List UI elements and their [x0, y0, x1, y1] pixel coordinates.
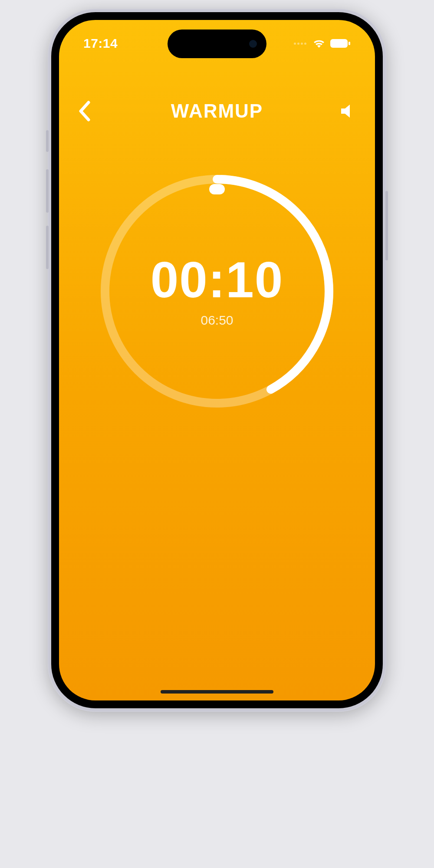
chevron-left-icon — [78, 101, 90, 122]
side-button — [46, 130, 49, 152]
timer-total: 06:50 — [201, 313, 233, 328]
status-indicators — [294, 39, 351, 48]
side-button — [385, 191, 388, 260]
home-indicator[interactable] — [161, 690, 273, 694]
svg-rect-0 — [330, 39, 348, 48]
header: WARMUP — [59, 94, 375, 128]
wifi-icon — [312, 39, 326, 48]
cellular-dots-icon — [294, 43, 306, 45]
page-title: WARMUP — [104, 100, 330, 122]
side-button — [46, 226, 49, 269]
side-button — [46, 169, 49, 213]
status-time: 17:14 — [83, 36, 118, 51]
svg-rect-1 — [349, 42, 350, 45]
screen: 17:14 — [59, 20, 375, 700]
phone-frame: 17:14 — [48, 9, 386, 712]
volume-button[interactable] — [330, 98, 356, 124]
timer-current: 00:10 — [151, 255, 284, 305]
speaker-icon — [339, 103, 356, 119]
timer-ring: 00:10 06:50 — [98, 172, 336, 411]
timer-container: 00:10 06:50 — [59, 172, 375, 411]
battery-icon — [330, 39, 351, 48]
back-button[interactable] — [78, 98, 104, 124]
dynamic-island — [168, 30, 266, 58]
